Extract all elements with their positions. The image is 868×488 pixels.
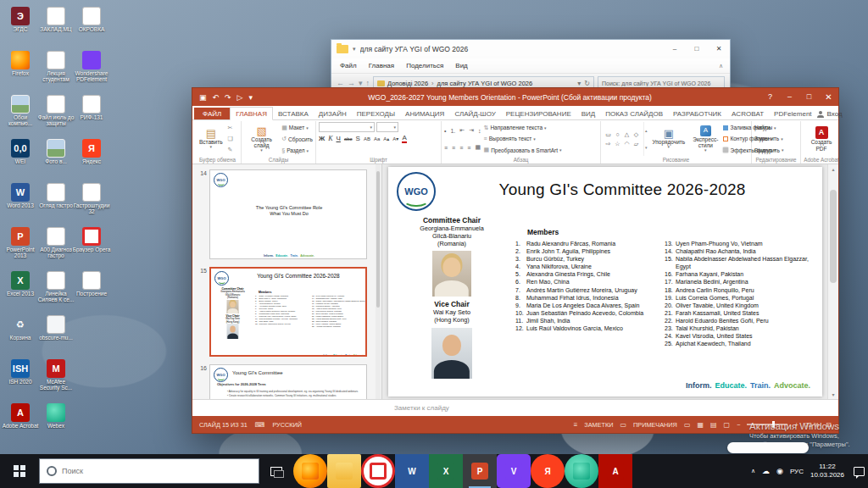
help-button[interactable]: ?	[760, 88, 780, 106]
section-button[interactable]: §Раздел▾	[281, 147, 313, 153]
explorer-menu-item[interactable]: Файл	[340, 62, 357, 69]
maximize-button[interactable]: □	[799, 88, 819, 106]
taskbar-app-button[interactable]: Я	[531, 454, 565, 488]
ribbon-tab[interactable]: ACROBAT	[726, 108, 769, 119]
ribbon-tab[interactable]: АНИМАЦИЯ	[400, 108, 449, 119]
bullets-icon[interactable]: •	[444, 128, 446, 134]
decrease-indent-icon[interactable]: ⇤	[459, 127, 465, 134]
ribbon-tab[interactable]: РАЗРАБОТЧИК	[668, 108, 726, 119]
slide-sorter-icon[interactable]: ▦	[697, 421, 704, 429]
desktop-icon[interactable]: Я Яндекс	[73, 139, 110, 175]
justify-icon[interactable]: ≡	[467, 145, 470, 151]
slide-scrollbar[interactable]: ▴▾	[827, 164, 838, 399]
character-spacing-button[interactable]: АВ	[364, 136, 370, 141]
grow-font-button[interactable]: А▴	[383, 136, 389, 141]
thumbnail-scrollbar[interactable]	[376, 164, 381, 399]
ribbon-tab[interactable]: ДИЗАЙН	[314, 108, 352, 119]
breadcrumb-item[interactable]: Доповіді 2026	[387, 80, 428, 87]
taskbar-app-button[interactable]: P	[463, 454, 497, 488]
bold-button[interactable]: Ж	[319, 135, 325, 142]
increase-indent-icon[interactable]: ⇥	[469, 127, 474, 134]
recent-dropdown-icon[interactable]: ▾	[359, 79, 363, 87]
normal-view-icon[interactable]: ▭	[684, 421, 691, 429]
undo-icon[interactable]: ↶	[213, 93, 220, 102]
smartart-button[interactable]: ▦Преобразовать в SmartArt▾	[484, 147, 562, 153]
quick-styles-button[interactable]: A Экспресс-стили▾	[690, 122, 721, 156]
desktop-icon[interactable]: W Гастроштудии 32	[73, 183, 110, 219]
explorer-minimize-button[interactable]: –	[664, 40, 686, 58]
desktop-icon[interactable]: Wondershare PDFelement	[73, 51, 110, 86]
close-button[interactable]: ✕	[819, 88, 838, 106]
taskbar-app-button[interactable]: V	[497, 454, 531, 488]
numbering-icon[interactable]: 1.	[450, 128, 455, 134]
desktop-icon[interactable]: 0,0 WEI	[2, 139, 39, 175]
antivirus-icon[interactable]: ◉	[776, 467, 783, 475]
paste-button[interactable]: ▤ Вставить▾	[197, 122, 225, 156]
desktop-icon[interactable]: Э ЭГДС	[2, 7, 39, 42]
chairs-block[interactable]: Committee Chair Georgiana-Emmanuela Gîlc…	[395, 216, 509, 382]
redo-icon[interactable]: ↷	[225, 93, 231, 102]
taskbar-search[interactable]	[39, 458, 259, 484]
desktop-icon[interactable]: W Линейка Силяев К се...	[37, 271, 75, 307]
taskbar-app-button[interactable]: X	[429, 454, 463, 488]
slide-14-thumbnail[interactable]: 14 WGO The Young GI's Committee Role Wha…	[194, 169, 373, 259]
onedrive-icon[interactable]: ☁	[762, 467, 770, 475]
ribbon-tab[interactable]: ПЕРЕХОДЫ	[352, 108, 400, 119]
select-button[interactable]: Выделить▾	[754, 147, 784, 153]
members-block[interactable]: Members 1.Radu Alexandru Fărcaș, Romania…	[515, 228, 814, 347]
tray-overflow-icon[interactable]: ∧	[751, 468, 755, 474]
ribbon-tab[interactable]: PDFelement	[769, 108, 816, 119]
collapse-ribbon-icon[interactable]: ∧	[719, 63, 723, 69]
taskbar-app-button[interactable]	[293, 454, 327, 488]
desktop-icon[interactable]: W Файл июль до защиты	[37, 95, 75, 130]
search-input[interactable]	[62, 467, 252, 475]
desktop-icon[interactable]: W Лекция студентам	[37, 51, 75, 86]
align-right-icon[interactable]: ≡	[459, 145, 463, 151]
text-direction-button[interactable]: ⇅Направление текста▾	[484, 125, 562, 131]
font-name-combobox[interactable]: ▾	[319, 122, 375, 132]
desktop-icon[interactable]: W Построение	[73, 271, 110, 307]
explorer-maximize-button[interactable]: □	[686, 40, 708, 58]
action-center-icon[interactable]	[854, 467, 865, 476]
taskbar-app-button[interactable]: A	[598, 454, 632, 488]
reading-view-icon[interactable]: ▤	[710, 421, 717, 429]
desktop-icon[interactable]: Браузер Opera	[73, 227, 110, 263]
taskbar-app-button[interactable]: W	[395, 454, 429, 488]
slideshow-icon[interactable]: ▢	[724, 421, 731, 429]
breadcrumb-item[interactable]: для сайту УГА YGI of WGO 2026	[428, 80, 532, 87]
font-size-combobox[interactable]: ▾	[376, 122, 398, 132]
desktop-icon[interactable]: A Adobe Acrobat	[2, 403, 39, 439]
forward-icon[interactable]: →	[348, 79, 355, 87]
desktop-icon[interactable]: W Огляд гастро	[37, 183, 75, 219]
desktop-icon[interactable]: Фото в...	[37, 139, 75, 175]
format-painter-icon[interactable]: ✎	[228, 147, 233, 153]
shapes-gallery[interactable]: ▭○△◇ ⇨☆◠▱	[604, 122, 641, 156]
explorer-menu-item[interactable]: Поделиться	[406, 62, 443, 69]
desktop-icon[interactable]: ISH ISH 2020	[2, 359, 39, 395]
back-icon[interactable]: ←	[337, 79, 344, 87]
replace-button[interactable]: Заменить▾	[754, 136, 784, 141]
font-color-button[interactable]: А	[402, 134, 406, 143]
notes-toggle[interactable]: ЗАМЕТКИ	[584, 421, 613, 429]
ribbon-tab[interactable]: ВИД	[576, 108, 601, 119]
shrink-font-button[interactable]: А▾	[392, 136, 398, 141]
desktop-icon[interactable]: W ОКРОВКА	[73, 7, 110, 42]
align-text-button[interactable]: ≡Выровнять текст▾	[484, 136, 562, 141]
explorer-menu-item[interactable]: Вид	[455, 62, 467, 69]
ribbon-tab[interactable]: ГЛАВНАЯ	[230, 107, 273, 120]
desktop-icon[interactable]: W РИФ-131	[73, 95, 110, 130]
desktop-icon[interactable]: obscure-mu...	[37, 315, 75, 351]
refresh-icon[interactable]: ↻	[584, 80, 590, 87]
desktop-icon[interactable]: W А00 Диагноз гастро	[37, 227, 75, 263]
current-slide[interactable]: WGO Young GI's Committee 2026-2028 Commi…	[388, 167, 822, 396]
taskbar-app-button[interactable]	[327, 454, 361, 488]
desktop-icon[interactable]: W Word 2013	[2, 183, 39, 219]
desktop-icon[interactable]: P PowerPoint 2013	[2, 227, 39, 263]
underline-button[interactable]: Ч	[337, 135, 341, 142]
desktop-icon[interactable]: M McAfee Security Sc...	[37, 359, 75, 395]
quick-access-toolbar[interactable]: ▾	[353, 46, 356, 53]
language-indicator[interactable]: РУССКИЙ	[272, 421, 302, 429]
comments-toggle[interactable]: ПРИМЕЧАНИЯ	[633, 421, 677, 429]
cut-icon[interactable]: ✂	[228, 125, 233, 131]
taskbar-app-button[interactable]	[565, 454, 598, 488]
